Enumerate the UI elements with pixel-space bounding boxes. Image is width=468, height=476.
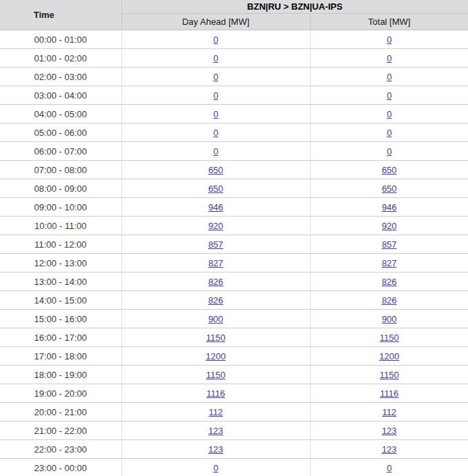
time-cell: 00:00 - 01:00	[0, 30, 121, 49]
total-value-link[interactable]: 123	[382, 444, 397, 455]
total-value-link[interactable]: 900	[382, 314, 397, 324]
day-ahead-cell: 1200	[121, 347, 310, 366]
total-value-link[interactable]: 0	[387, 53, 391, 63]
total-value-link[interactable]: 1116	[380, 388, 398, 399]
day-ahead-value-link[interactable]: 0	[213, 53, 218, 63]
total-cell: 946	[310, 198, 468, 217]
day-ahead-value-link[interactable]: 650	[208, 165, 223, 175]
total-cell: 650	[310, 179, 468, 198]
total-value-link[interactable]: 946	[382, 202, 397, 212]
time-cell: 06:00 - 07:00	[0, 142, 121, 161]
day-ahead-value-link[interactable]: 112	[209, 407, 223, 417]
day-ahead-cell: 0	[121, 49, 310, 68]
table-row: 17:00 - 18:00 1200 1200	[0, 347, 468, 366]
total-value-link[interactable]: 1150	[380, 370, 399, 380]
time-cell: 10:00 - 11:00	[0, 217, 121, 235]
day-ahead-cell: 650	[121, 161, 310, 179]
day-ahead-value-link[interactable]: 0	[213, 90, 218, 101]
total-cell: 0	[310, 142, 468, 161]
time-cell: 08:00 - 09:00	[0, 179, 121, 198]
border-direction-header: BZN|RU > BZN|UA-IPS	[121, 0, 468, 14]
table-row: 23:00 - 00:00 0 0	[0, 459, 468, 476]
day-ahead-value-link[interactable]: 0	[213, 128, 218, 138]
total-value-link[interactable]: 827	[382, 258, 397, 268]
total-value-link[interactable]: 0	[387, 128, 391, 138]
day-ahead-value-link[interactable]: 1150	[206, 333, 225, 343]
day-ahead-value-link[interactable]: 826	[208, 277, 223, 287]
day-ahead-value-link[interactable]: 857	[208, 239, 223, 250]
time-cell: 04:00 - 05:00	[0, 105, 121, 123]
total-cell: 0	[310, 105, 468, 123]
total-value-link[interactable]: 0	[387, 90, 391, 101]
total-cell: 1150	[310, 366, 468, 384]
day-ahead-value-link[interactable]: 0	[213, 34, 218, 45]
total-value-link[interactable]: 0	[387, 72, 391, 82]
total-value-link[interactable]: 920	[382, 221, 397, 231]
table-row: 08:00 - 09:00 650 650	[0, 179, 468, 198]
day-ahead-cell: 123	[121, 422, 310, 440]
day-ahead-cell: 0	[121, 142, 310, 161]
total-cell: 0	[310, 68, 468, 86]
day-ahead-value-link[interactable]: 1200	[206, 351, 226, 361]
total-cell: 123	[310, 422, 468, 440]
total-value-link[interactable]: 0	[387, 463, 391, 473]
total-value-link[interactable]: 826	[382, 277, 397, 287]
total-value-link[interactable]: 650	[382, 184, 397, 194]
day-ahead-value-link[interactable]: 826	[208, 295, 223, 306]
day-ahead-value-link[interactable]: 123	[208, 444, 223, 455]
day-ahead-cell: 0	[121, 68, 310, 86]
day-ahead-cell: 827	[121, 254, 310, 272]
time-cell: 17:00 - 18:00	[0, 347, 121, 366]
day-ahead-value-link[interactable]: 0	[213, 146, 218, 157]
day-ahead-cell: 900	[121, 310, 310, 328]
day-ahead-value-link[interactable]: 900	[208, 314, 223, 324]
total-cell: 826	[310, 272, 468, 291]
total-value-link[interactable]: 1200	[379, 351, 399, 361]
total-value-link[interactable]: 0	[387, 146, 391, 157]
table-row: 21:00 - 22:00 123 123	[0, 422, 468, 440]
total-cell: 0	[310, 30, 468, 49]
day-ahead-value-link[interactable]: 0	[213, 109, 218, 119]
day-ahead-value-link[interactable]: 1116	[207, 388, 225, 399]
day-ahead-value-link[interactable]: 123	[208, 426, 223, 436]
day-ahead-value-link[interactable]: 946	[208, 202, 223, 212]
day-ahead-value-link[interactable]: 650	[208, 184, 223, 194]
table-row: 18:00 - 19:00 1150 1150	[0, 366, 468, 384]
day-ahead-value-link[interactable]: 920	[208, 221, 223, 231]
day-ahead-cell: 946	[121, 198, 310, 217]
table-header: Time BZN|RU > BZN|UA-IPS Day Ahead [MW] …	[0, 0, 468, 30]
table-row: 20:00 - 21:00 112 112	[0, 403, 468, 422]
total-value-link[interactable]: 123	[382, 426, 397, 436]
total-cell: 112	[310, 403, 468, 422]
total-cell: 650	[310, 161, 468, 179]
day-ahead-cell: 1150	[121, 328, 310, 347]
total-cell: 900	[310, 310, 468, 328]
day-ahead-cell: 857	[121, 235, 310, 254]
total-cell: 1150	[310, 328, 468, 347]
day-ahead-cell: 1150	[121, 366, 310, 384]
total-cell: 857	[310, 235, 468, 254]
total-value-link[interactable]: 112	[382, 407, 396, 417]
day-ahead-cell: 1116	[121, 384, 310, 403]
table-row: 05:00 - 06:00 0 0	[0, 123, 468, 142]
day-ahead-value-link[interactable]: 827	[208, 258, 223, 268]
day-ahead-value-link[interactable]: 0	[213, 463, 218, 473]
day-ahead-cell: 123	[121, 440, 310, 459]
day-ahead-cell: 826	[121, 272, 310, 291]
total-value-link[interactable]: 650	[382, 165, 397, 175]
table-row: 19:00 - 20:00 1116 1116	[0, 384, 468, 403]
total-value-link[interactable]: 1150	[380, 333, 399, 343]
total-value-link[interactable]: 857	[382, 239, 397, 250]
time-cell: 14:00 - 15:00	[0, 291, 121, 310]
total-value-link[interactable]: 826	[382, 295, 397, 306]
table-row: 16:00 - 17:00 1150 1150	[0, 328, 468, 347]
table-row: 07:00 - 08:00 650 650	[0, 161, 468, 179]
total-value-link[interactable]: 0	[387, 109, 391, 119]
day-ahead-value-link[interactable]: 1150	[206, 370, 225, 380]
time-cell: 11:00 - 12:00	[0, 235, 121, 254]
time-cell: 20:00 - 21:00	[0, 403, 121, 422]
day-ahead-value-link[interactable]: 0	[213, 72, 218, 82]
total-value-link[interactable]: 0	[387, 34, 391, 45]
day-ahead-cell: 0	[121, 86, 310, 105]
table-row: 10:00 - 11:00 920 920	[0, 217, 468, 235]
